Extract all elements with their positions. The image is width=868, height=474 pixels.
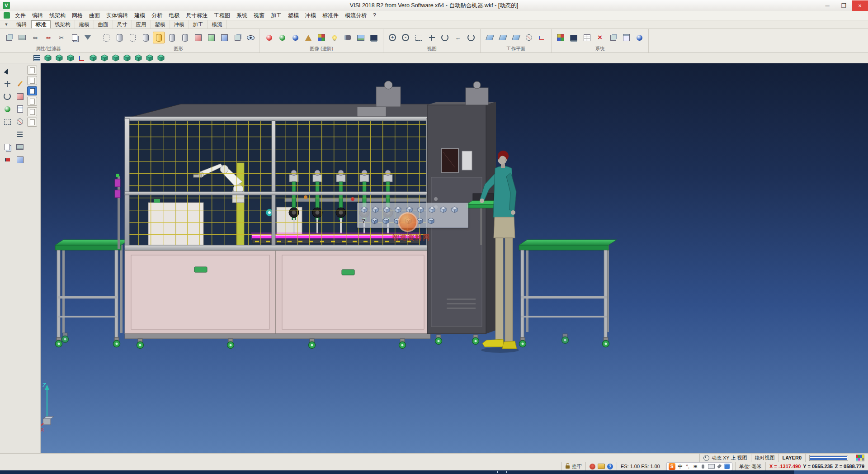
bottom-view-icon[interactable] [145,53,155,63]
iso-view-icon[interactable] [43,53,53,63]
notebook-tool-icon[interactable] [14,103,26,115]
menu-analysis[interactable]: 分析 [148,11,165,20]
camera-icon[interactable] [342,32,354,43]
plane-align-icon[interactable] [523,32,535,43]
minimize-button[interactable]: ─ [819,0,835,11]
highlight-cylinder-icon[interactable] [153,32,165,43]
link-icon[interactable] [29,32,41,43]
light-icon[interactable] [329,32,340,43]
back-cube-icon[interactable] [449,204,460,215]
menu-mesh[interactable]: 网格 [69,11,86,20]
flat-view-icon[interactable] [427,204,437,215]
view-slot-6[interactable] [27,118,37,127]
measure-tool-icon[interactable] [1,116,14,128]
background-image-icon[interactable] [355,32,367,43]
windows-taskbar-edge[interactable] [0,470,868,474]
tab-menu-dropdown-icon[interactable]: ▼ [1,20,12,28]
compass-tool-icon[interactable] [14,116,26,128]
view-mode-indicator[interactable]: 动态 XY 上 视图 [699,454,751,462]
folder-icon[interactable] [598,464,605,469]
calculator-icon[interactable] [620,32,632,43]
menu-electrode[interactable]: 电极 [165,11,183,20]
render-settings-icon[interactable] [368,32,380,43]
dynamic-view-icon[interactable] [359,204,369,215]
plane-yz-icon[interactable] [510,32,522,43]
tab-molding[interactable]: 塑模 [151,20,170,28]
paint-tool-icon[interactable] [1,103,14,115]
erase-tool-icon[interactable] [14,90,26,102]
view-slot-5[interactable] [27,107,37,116]
tab-stamping[interactable]: 冲模 [170,20,189,28]
shaded-view-icon[interactable] [88,53,98,63]
layer-indicator[interactable]: LAYER0 [778,454,805,462]
move-tool-icon[interactable] [1,78,14,90]
select-tool-icon[interactable] [1,65,14,77]
ime-punctuation[interactable]: °, [685,463,691,470]
close-button[interactable]: × [852,0,868,11]
tab-edit[interactable]: 编辑 [12,20,31,28]
taskbar-tray-edge[interactable] [794,470,868,474]
keyboard-icon[interactable] [708,463,715,470]
dimension-2-tool-icon[interactable] [1,128,14,140]
menu-modeling[interactable]: 建模 [131,11,148,20]
red-solid-icon[interactable] [192,32,204,43]
blue-solid-icon[interactable] [218,32,230,43]
filter-icon[interactable] [82,32,94,43]
view-slot-2[interactable] [27,76,37,85]
visibility-eye-icon[interactable] [245,32,256,43]
solid-cylinder-icon[interactable] [140,32,151,43]
rotate-cube-icon[interactable] [438,204,448,215]
texture-icon[interactable] [316,32,327,43]
back-view-icon[interactable] [133,53,143,63]
axes-icon[interactable] [77,53,87,63]
copy-attributes-icon[interactable] [69,32,80,43]
toolbox-icon[interactable] [717,463,722,470]
tab-wireframe[interactable]: 线架构 [51,20,75,28]
wireframe-cylinder-icon[interactable] [100,32,112,43]
menu-edit[interactable]: 编辑 [29,11,46,20]
menu-drawing[interactable]: 工程图 [211,11,233,20]
zoom-in-icon[interactable] [387,32,398,43]
transparent-cylinder-icon[interactable] [166,32,178,43]
view-help-icon[interactable]: ? [359,216,368,226]
layers-icon[interactable] [607,32,619,43]
globe-icon[interactable] [633,32,645,43]
menu-wireframe[interactable]: 线架构 [46,11,69,20]
ruler-tool-icon[interactable] [14,128,26,140]
stamp-tool-icon[interactable] [14,141,26,153]
sphere-view-icon[interactable] [415,204,426,215]
menu-window[interactable]: 视窗 [250,11,268,20]
layer-bars-widget[interactable] [805,454,852,462]
rotate-tool-icon[interactable] [1,90,14,102]
delete-icon[interactable] [594,32,606,43]
plane-xz-icon[interactable] [497,32,509,43]
flag-tool-icon[interactable] [1,154,14,166]
lock-toggle[interactable]: 拴牢 [561,462,585,470]
menu-help[interactable]: ? [370,11,379,19]
color-table-icon[interactable] [555,32,566,43]
attributes-icon[interactable] [3,32,15,43]
menu-surface[interactable]: 曲面 [86,11,103,20]
units-indicator[interactable]: 单位: 毫米 [735,462,765,470]
menu-molding[interactable]: 塑模 [285,11,302,20]
tab-standard[interactable]: 标准 [31,20,51,28]
pencil-tool-icon[interactable] [14,78,26,90]
tab-machining[interactable]: 加工 [189,20,208,28]
zoom-fit-icon[interactable] [413,32,425,43]
cube-ne-icon[interactable] [381,216,391,226]
top-cube-icon[interactable] [370,204,381,215]
material-cone-icon[interactable] [302,32,314,43]
menu-machining[interactable]: 加工 [268,11,285,20]
dimetric-view-icon[interactable] [156,53,166,63]
grab-tool-icon[interactable] [1,141,14,153]
menu-flow-analysis[interactable]: 模流分析 [342,11,370,20]
absolute-view-indicator[interactable]: 绝对视图 [751,454,778,462]
zoom-out-icon[interactable] [400,32,411,43]
mic-icon[interactable] [700,463,706,470]
menu-standard-parts[interactable]: 标准件 [319,11,342,20]
tab-application[interactable]: 应用 [132,20,151,28]
unlink-icon[interactable] [42,32,54,43]
previous-view-icon[interactable] [452,32,464,43]
front-view-icon[interactable] [54,53,64,63]
menu-dimension[interactable]: 尺寸标注 [183,11,211,20]
